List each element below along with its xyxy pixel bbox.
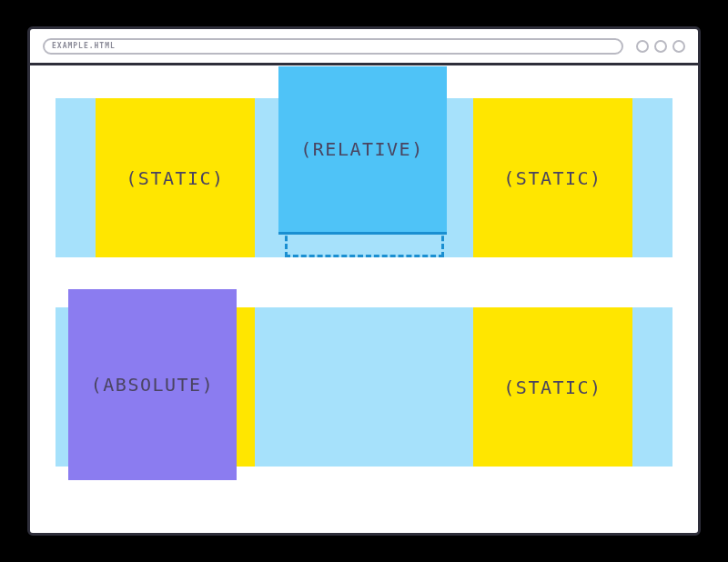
window-control-dot[interactable] — [672, 40, 685, 53]
static-box: (ABSOLUTE) — [96, 307, 255, 467]
titlebar: EXAMPLE.HTML — [30, 29, 698, 65]
window-control-dot[interactable] — [654, 40, 667, 53]
window-control-dot[interactable] — [636, 40, 649, 53]
box-label: (RELATIVE) — [300, 138, 423, 160]
address-bar[interactable]: EXAMPLE.HTML — [43, 38, 623, 55]
spacer-box — [285, 307, 444, 467]
row-bottom: (ABSOLUTE) (STATIC) — [56, 307, 672, 467]
relative-ghost-box: (RELATIVE) — [285, 98, 444, 257]
page-content: (STATIC) (RELATIVE) (STATIC) (ABSOLUTE) … — [30, 65, 698, 533]
window-controls — [636, 40, 685, 53]
browser-window: EXAMPLE.HTML (STATIC) (RELATIVE) (STATIC… — [27, 26, 701, 536]
box-label: (STATIC) — [126, 167, 224, 189]
box-label: (STATIC) — [503, 167, 602, 189]
static-box: (STATIC) — [473, 307, 632, 467]
static-box: (STATIC) — [96, 98, 255, 257]
relative-box: (RELATIVE) — [278, 66, 447, 235]
static-box: (STATIC) — [473, 98, 632, 257]
box-label: (STATIC) — [503, 376, 602, 398]
absolute-box: (ABSOLUTE) — [68, 289, 237, 480]
box-label: (ABSOLUTE) — [91, 374, 214, 396]
row-top: (STATIC) (RELATIVE) (STATIC) — [56, 98, 672, 257]
